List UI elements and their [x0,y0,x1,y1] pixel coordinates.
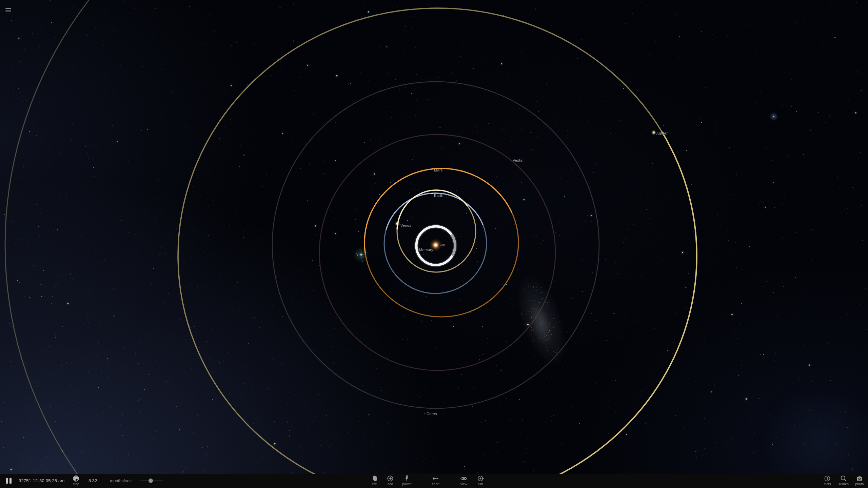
photo-button[interactable]: photo [850,474,868,488]
sim-speed-unit[interactable]: months/sec [110,477,132,484]
step-button-label: step [73,482,79,486]
plus-circle-icon [387,475,394,482]
menu-button[interactable] [5,8,11,13]
slider-thumb[interactable] [149,479,153,483]
body-dot-jupiter[interactable] [653,131,654,133]
pause-button[interactable] [6,478,14,484]
stats-button-label: stats [824,482,831,486]
body-label-jupiter[interactable]: Jupiter [656,131,668,135]
chart-button-label: chart [432,482,439,486]
body-dot-mars[interactable] [432,168,433,169]
body-dot-venus[interactable] [396,223,398,224]
sim-button[interactable]: sim [471,474,490,488]
view-button[interactable]: view [454,474,473,488]
edit-button-label: edit [372,482,377,486]
body-label-mars[interactable]: Mars [434,168,443,172]
lightning-icon [403,475,411,482]
search-icon [840,475,847,482]
step-clock-icon [72,475,80,482]
speed-slider[interactable] [140,477,163,485]
view-button-label: view [460,482,467,486]
body-label-venus[interactable]: Venus [400,223,411,227]
sim-cycle-icon [477,475,484,482]
pause-icon [6,478,8,484]
search-button-label: search [839,482,849,486]
hand-icon [371,475,378,482]
orbit-saturn [5,0,171,488]
info-icon [824,475,831,482]
sim-button-label: sim [478,482,483,486]
camera-icon [856,475,863,482]
sim-speed-value[interactable]: 8.32 [88,477,97,484]
add-button-label: add [388,482,393,486]
orbit-jupiter-highlight [465,132,697,488]
chart-button[interactable]: chart [426,474,445,488]
body-dot-mercury[interactable] [417,248,418,249]
body-label-vesta[interactable]: Vesta [513,158,522,162]
bottom-toolbar: 32751-12-30 05:25 am step 8.32 months/se… [0,474,868,488]
photo-button-label: photo [855,482,864,486]
step-button[interactable]: step [66,474,85,488]
body-label-earth[interactable]: Earth [434,194,443,198]
add-button[interactable]: add [381,474,400,488]
power-button[interactable]: power [397,474,416,488]
body-label-ceres[interactable]: Ceres [427,412,437,416]
sim-date[interactable]: 32751-12-30 05:25 am [19,477,65,484]
sun-label[interactable]: Sun [438,243,445,247]
hamburger-icon [5,8,11,9]
body-label-mercury[interactable]: Mercury [419,248,433,252]
app-root: Sun MercuryVenusEarthMarsVestaJupiterCer… [0,0,868,488]
eye-icon [460,475,468,482]
dots-icon [432,475,439,482]
power-button-label: power [402,482,411,486]
